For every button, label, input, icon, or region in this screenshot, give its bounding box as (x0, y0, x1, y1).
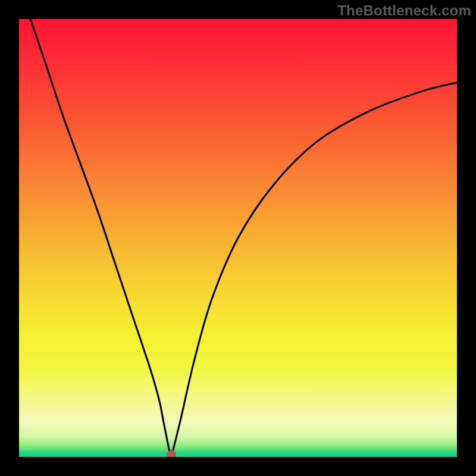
watermark-text: TheBottleneck.com (337, 2, 471, 19)
right-frame (457, 0, 476, 476)
bottleneck-chart (0, 0, 476, 476)
left-frame (0, 0, 19, 476)
bottom-frame (0, 457, 476, 476)
chart-container: TheBottleneck.com (0, 0, 476, 476)
